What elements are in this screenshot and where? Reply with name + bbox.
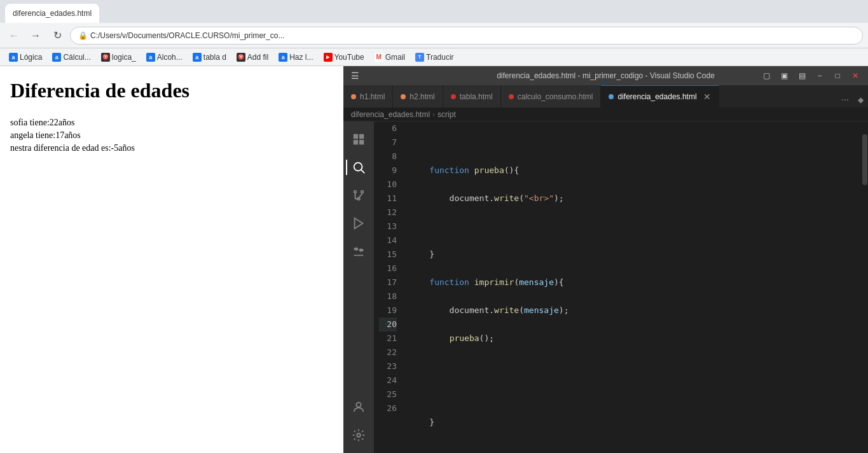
activity-explorer[interactable]	[346, 127, 371, 152]
bookmark-label-gmail: Gmail	[385, 53, 405, 62]
layout-icon-3[interactable]: ▤	[794, 68, 809, 83]
breadcrumb-separator: ›	[432, 110, 435, 119]
bookmark-haz[interactable]: a Haz l...	[275, 52, 317, 63]
breadcrumb-file: diferencia_edades.html	[351, 110, 430, 119]
browser-tabs-bar: diferencia_edades.html	[0, 0, 868, 23]
svg-point-11	[357, 433, 361, 437]
tab-label-tabla: tabla.html	[460, 92, 493, 101]
titlebar-menu: ☰	[348, 68, 362, 83]
tab-more-button[interactable]: ⋯	[837, 92, 853, 108]
breadcrumb-section: script	[437, 110, 456, 119]
maximize-button[interactable]: □	[830, 68, 845, 83]
bookmark-label-haz: Haz l...	[289, 53, 313, 62]
bookmark-add-file[interactable]: ♈ Add fil	[233, 52, 272, 63]
close-button[interactable]: ✕	[848, 68, 863, 83]
tab-label-calculo: calculo_consumo.html	[518, 92, 593, 101]
tab-dot-calculo	[509, 94, 514, 99]
bookmark-favicon-logica: a	[9, 53, 18, 62]
bookmark-favicon-alcohol: a	[146, 53, 155, 62]
tab-dot-h1	[351, 94, 356, 99]
activity-settings[interactable]	[346, 422, 371, 448]
svg-point-6	[354, 191, 357, 193]
code-line-6	[410, 136, 857, 150]
code-line-11: function imprimir(mensaje){	[410, 275, 857, 289]
tab-dot-diferencia	[609, 94, 614, 99]
bookmarks-bar: a Lógica a Cálcul... ♈ logica_ a Alcoh..…	[0, 48, 868, 66]
activity-source-control[interactable]	[346, 183, 371, 208]
scrollbar-thumb[interactable]	[862, 134, 867, 185]
activity-search[interactable]	[346, 155, 371, 180]
preview-line-2: angela tiene:17años	[10, 130, 333, 141]
activity-account[interactable]	[346, 394, 371, 420]
bookmark-label-logica: Lógica	[20, 53, 42, 62]
minimize-button[interactable]: −	[812, 68, 827, 83]
tab-close-icon[interactable]: ✕	[703, 92, 711, 102]
browser-preview: Diferencia de edades sofia tiene:22años …	[0, 66, 343, 453]
preview-line-3: nestra diferencia de edad es:-5años	[10, 143, 333, 153]
bookmark-favicon-haz: a	[279, 53, 287, 62]
hamburger-icon[interactable]: ☰	[348, 68, 362, 83]
layout-icon-1[interactable]: ▢	[759, 68, 774, 83]
tab-dot-tabla	[451, 94, 456, 99]
bookmark-favicon-tabla: a	[193, 53, 202, 62]
bookmark-tabla[interactable]: a tabla d	[189, 52, 230, 63]
svg-rect-1	[359, 134, 364, 139]
preview-content: Diferencia de edades sofia tiene:22años …	[0, 66, 343, 453]
code-line-16: }	[410, 415, 857, 429]
svg-rect-0	[354, 134, 358, 139]
vscode-body: 6 7 8 9 10 11 12 13 14 15 16 17 18 19 20…	[343, 122, 868, 453]
tab-tabla[interactable]: tabla.html	[443, 85, 501, 108]
bookmark-label-calculo: Cálcul...	[63, 53, 90, 62]
bookmark-favicon-logica-gh: ♈	[101, 53, 110, 62]
address-bar[interactable]: 🔒 C:/Users/v/Documents/ORACLE.CURSO/mi_p…	[70, 27, 863, 45]
bookmark-label-add-file: Add fil	[247, 53, 268, 62]
code-editor[interactable]: 6 7 8 9 10 11 12 13 14 15 16 17 18 19 20…	[374, 122, 868, 453]
bookmark-favicon-add-file: ♈	[237, 53, 245, 62]
bookmark-label-youtube: YouTube	[334, 53, 364, 62]
code-line-8: document.write("<br>");	[410, 192, 857, 206]
tab-h2[interactable]: h2.html	[393, 85, 443, 108]
tab-label-h2: h2.html	[410, 92, 434, 101]
bookmark-logica-gh[interactable]: ♈ logica_	[97, 52, 140, 63]
svg-point-7	[361, 191, 364, 193]
bookmark-favicon-translate: T	[415, 53, 424, 62]
code-line-10: }	[410, 247, 857, 261]
svg-point-10	[356, 403, 361, 407]
tab-calculo[interactable]: calculo_consumo.html	[501, 85, 602, 108]
svg-rect-2	[354, 140, 358, 144]
preview-title: Diferencia de edades	[10, 79, 333, 102]
svg-marker-9	[355, 218, 363, 229]
code-line-15	[410, 387, 857, 401]
bookmark-logica[interactable]: a Lógica	[5, 52, 46, 63]
code-line-13: prueba();	[410, 331, 857, 345]
bookmark-favicon-youtube: ▶	[324, 53, 333, 62]
activity-debug[interactable]	[346, 211, 371, 236]
bookmark-translate[interactable]: T Traducir	[411, 52, 458, 63]
bookmark-label-logica-gh: logica_	[112, 53, 136, 62]
back-button[interactable]: ←	[5, 27, 23, 45]
bookmark-label-tabla: tabla d	[203, 53, 226, 62]
browser-tab-active[interactable]: diferencia_edades.html	[5, 4, 99, 23]
bookmark-gmail[interactable]: M Gmail	[371, 52, 409, 63]
svg-line-5	[361, 170, 365, 174]
tab-dot-h2	[401, 94, 406, 99]
scrollbar-vertical[interactable]	[862, 122, 868, 453]
bookmark-alcohol[interactable]: a Alcoh...	[142, 52, 186, 63]
preview-line-1: sofia tiene:22años	[10, 118, 333, 128]
editor-layout-button[interactable]: ◆	[853, 92, 868, 108]
layout-icon-2[interactable]: ▣	[776, 68, 792, 83]
reload-button[interactable]: ↻	[48, 27, 66, 45]
svg-point-4	[354, 163, 362, 171]
browser-toolbar: ← → ↻ 🔒 C:/Users/v/Documents/ORACLE.CURS…	[0, 23, 868, 48]
forward-button[interactable]: →	[27, 27, 45, 45]
vscode-breadcrumb: diferencia_edades.html › script	[343, 108, 868, 122]
bookmark-favicon-calculo: a	[52, 53, 61, 62]
tab-h1[interactable]: h1.html	[343, 85, 393, 108]
activity-extensions[interactable]	[346, 239, 371, 264]
bookmark-calculo[interactable]: a Cálcul...	[48, 52, 94, 63]
tab-diferencia[interactable]: diferencia_edades.html ✕	[601, 85, 719, 108]
svg-rect-3	[359, 140, 364, 144]
code-line-7: function prueba(){	[410, 164, 857, 178]
code-content[interactable]: function prueba(){ document.write("<br>"…	[404, 122, 862, 453]
bookmark-youtube[interactable]: ▶ YouTube	[320, 52, 368, 63]
